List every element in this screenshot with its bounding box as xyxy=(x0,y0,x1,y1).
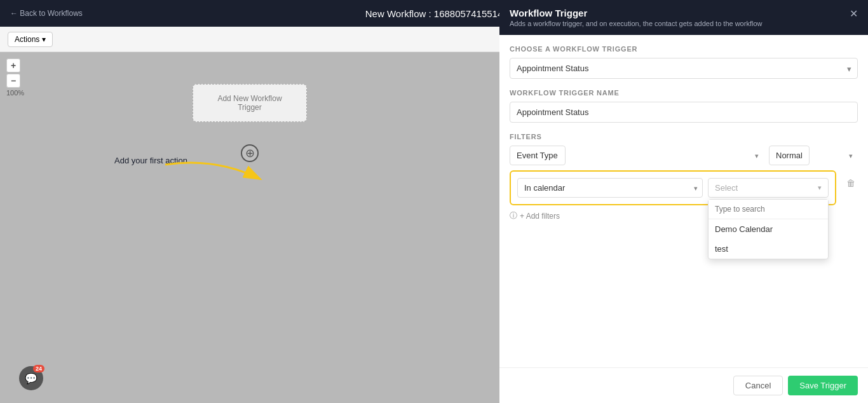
event-type-select[interactable]: Event Type xyxy=(510,146,566,165)
cancel-button[interactable]: Cancel xyxy=(733,376,783,395)
panel-body: CHOOSE A WORKFLOW TRIGGER Appointment St… xyxy=(499,35,868,367)
normal-select[interactable]: Normal xyxy=(769,146,810,165)
in-calendar-wrapper: In calendar xyxy=(517,178,703,198)
panel-close-button[interactable]: ✕ xyxy=(850,8,858,20)
event-type-wrapper: Event Type xyxy=(510,146,764,165)
chat-badge[interactable]: 💬 24 xyxy=(19,366,43,390)
panel-footer: Cancel Save Trigger xyxy=(499,367,868,403)
dropdown-item-test[interactable]: test xyxy=(709,239,828,259)
zoom-in-button[interactable]: + xyxy=(6,58,20,72)
chat-badge-count: 24 xyxy=(33,365,44,372)
calendar-dropdown-popup: Demo Calendar test xyxy=(708,199,829,259)
panel-header-text: Workflow Trigger Adds a workflow trigger… xyxy=(510,8,762,27)
canvas-area: + − 100% Add New WorkflowTrigger ⊕ Add y… xyxy=(0,52,499,403)
calendar-value-select[interactable]: Select ▾ xyxy=(708,178,829,198)
panel-header: Workflow Trigger Adds a workflow trigger… xyxy=(499,0,868,35)
workflow-title: New Workflow : 1688057415514 xyxy=(365,8,503,19)
calendar-value-wrapper: Select ▾ Demo Calendar test xyxy=(708,178,829,198)
calendar-search-input[interactable] xyxy=(709,200,828,219)
trigger-type-dropdown[interactable]: Appointment Status xyxy=(510,58,858,79)
dropdown-item-demo-calendar[interactable]: Demo Calendar xyxy=(709,219,828,239)
filter-row-1: Event Type Normal xyxy=(510,146,858,165)
zoom-controls: + − 100% xyxy=(6,58,24,97)
add-filters-icon: ⓘ xyxy=(510,210,517,221)
panel-subtitle: Adds a workflow trigger, and on executio… xyxy=(510,20,762,27)
trigger-name-label: WORKFLOW TRIGGER NAME xyxy=(510,89,858,97)
zoom-out-button[interactable]: − xyxy=(6,74,20,88)
right-panel: Workflow Trigger Adds a workflow trigger… xyxy=(499,0,868,403)
select-placeholder: Select xyxy=(715,183,738,193)
choose-trigger-label: CHOOSE A WORKFLOW TRIGGER xyxy=(510,45,858,53)
add-action-area: ⊕ xyxy=(241,144,259,162)
trigger-name-input[interactable] xyxy=(510,102,858,123)
back-to-workflows-link[interactable]: ← Back to Workflows xyxy=(10,9,83,18)
add-action-button[interactable]: ⊕ xyxy=(241,144,259,162)
actions-button[interactable]: Actions ▾ xyxy=(8,32,53,47)
filters-label: FILTERS xyxy=(510,133,858,140)
chat-icon: 💬 xyxy=(25,372,37,385)
svg-text:Add your first action: Add your first action xyxy=(114,156,187,165)
trigger-box-label: Add New WorkflowTrigger xyxy=(217,94,281,112)
trigger-type-dropdown-wrapper: Appointment Status xyxy=(510,58,858,79)
add-filters-label: + Add filters xyxy=(520,212,560,221)
delete-filter-button[interactable]: 🗑 xyxy=(844,175,858,191)
select-chevron-icon: ▾ xyxy=(818,184,822,192)
save-trigger-button[interactable]: Save Trigger xyxy=(788,376,858,395)
workflow-trigger-box[interactable]: Add New WorkflowTrigger xyxy=(193,84,307,122)
zoom-level: 100% xyxy=(6,89,24,97)
normal-type-wrapper: Normal xyxy=(769,146,858,165)
in-calendar-select[interactable]: In calendar xyxy=(517,178,703,198)
arrow-annotation: Add your first action xyxy=(114,151,318,203)
panel-title: Workflow Trigger xyxy=(510,8,762,18)
